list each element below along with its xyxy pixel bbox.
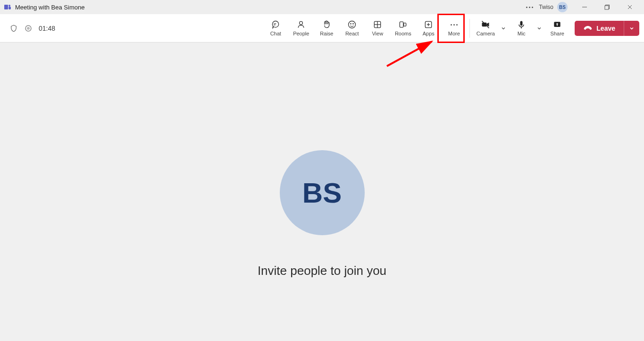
camera-chevron[interactable]	[498, 26, 509, 31]
rooms-icon	[398, 20, 408, 29]
chat-icon	[271, 20, 280, 29]
more-icon	[449, 20, 459, 29]
avatar[interactable]: BS	[557, 2, 568, 12]
svg-rect-19	[404, 23, 406, 26]
mic-chevron[interactable]	[534, 26, 544, 31]
svg-point-10	[273, 21, 279, 27]
mic-label: Mic	[518, 31, 526, 36]
raise-label: Raise	[320, 31, 333, 36]
svg-point-9	[27, 27, 30, 30]
leave-chevron[interactable]	[624, 21, 639, 36]
chat-label: Chat	[270, 31, 281, 36]
svg-point-13	[351, 24, 351, 24]
titlebar: Meeting with Bea Simone Twiso BS	[0, 0, 644, 14]
window-title: Meeting with Bea Simone	[15, 4, 84, 11]
close-button[interactable]	[619, 0, 640, 14]
mic-icon	[517, 20, 526, 29]
react-icon	[347, 20, 357, 29]
leave-button[interactable]: Leave	[575, 21, 624, 36]
people-button[interactable]: People	[288, 16, 314, 41]
view-icon	[373, 20, 382, 29]
meeting-timer: 01:48	[39, 25, 55, 32]
people-icon	[296, 20, 306, 29]
view-button[interactable]: View	[365, 16, 390, 41]
svg-point-14	[353, 24, 353, 24]
account-name[interactable]: Twiso	[539, 4, 553, 10]
react-button[interactable]: React	[339, 16, 365, 41]
svg-rect-0	[4, 5, 8, 9]
mic-button[interactable]: Mic	[509, 16, 534, 41]
people-label: People	[293, 31, 309, 36]
svg-rect-18	[400, 22, 404, 27]
share-icon	[552, 20, 562, 29]
separator	[469, 19, 470, 38]
raise-icon	[322, 20, 331, 29]
minimize-button[interactable]	[574, 0, 595, 14]
svg-point-12	[349, 21, 356, 28]
more-button[interactable]: More	[441, 16, 467, 41]
maximize-button[interactable]	[597, 0, 618, 14]
record-icon[interactable]	[25, 25, 32, 32]
rooms-button[interactable]: Rooms	[390, 16, 416, 41]
svg-rect-2	[8, 7, 11, 9]
camera-off-icon	[481, 20, 490, 29]
participant-avatar: BS	[280, 150, 365, 235]
meeting-toolbar: 01:48 Chat People Raise React View Rooms	[0, 14, 644, 43]
apps-button[interactable]: Apps	[416, 16, 441, 41]
share-button[interactable]: Share	[544, 16, 570, 41]
chat-button[interactable]: Chat	[263, 16, 288, 41]
camera-button[interactable]: Camera	[473, 16, 498, 41]
react-label: React	[345, 31, 359, 36]
svg-point-11	[300, 21, 303, 25]
svg-rect-25	[520, 21, 523, 26]
more-label: More	[448, 31, 460, 36]
apps-icon	[424, 20, 433, 29]
svg-point-1	[8, 5, 10, 7]
hangup-icon	[583, 25, 593, 32]
titlebar-more-icon[interactable]	[522, 7, 537, 8]
view-label: View	[372, 31, 383, 36]
leave-label: Leave	[596, 25, 615, 32]
shield-icon[interactable]	[9, 24, 18, 33]
meeting-stage: BS Invite people to join you	[0, 43, 644, 341]
teams-icon	[4, 3, 11, 11]
rooms-label: Rooms	[395, 31, 411, 36]
invite-text: Invite people to join you	[258, 264, 386, 278]
apps-label: Apps	[423, 31, 435, 36]
raise-button[interactable]: Raise	[314, 16, 339, 41]
camera-label: Camera	[477, 31, 495, 36]
svg-rect-5	[605, 6, 609, 9]
share-label: Share	[551, 31, 564, 36]
